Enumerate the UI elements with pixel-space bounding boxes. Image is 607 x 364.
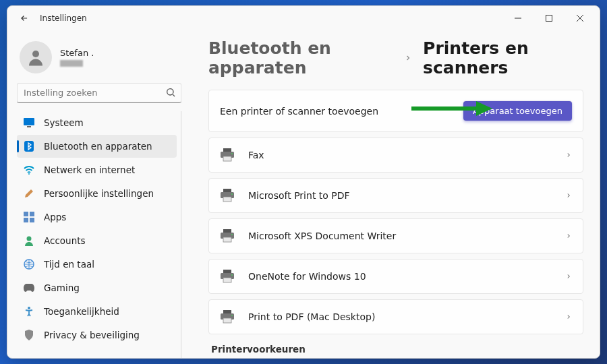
printer-icon [220,188,235,203]
printer-row[interactable]: Microsoft Print to PDF [208,178,583,213]
accessibility-icon [24,306,34,317]
printer-icon [220,269,235,284]
sidebar-item-label: Systeem [44,117,84,128]
chevron-right-icon [404,54,412,62]
chevron-right-icon [565,152,572,158]
svg-point-27 [231,234,233,235]
add-device-button[interactable]: Apparaat toevoegen [463,101,572,121]
window-title: Instellingen [40,13,502,23]
svg-point-19 [231,153,233,154]
sidebar-item-label: Gaming [44,282,80,293]
svg-point-1 [32,51,39,57]
chevron-right-icon [565,313,572,320]
svg-rect-16 [223,148,231,152]
sidebar-item-label: Netwerk en internet [44,164,135,175]
sidebar-item-label: Tijd en taal [44,259,94,270]
svg-rect-26 [223,237,231,242]
add-device-card: Een printer of scanner toevoegen Apparaa… [208,90,583,132]
user-profile[interactable]: Stefan . [17,37,181,83]
globe-icon [24,259,34,270]
sidebar-item-label: Accounts [44,235,86,246]
back-button[interactable] [17,11,32,26]
chevron-right-icon [565,192,572,199]
printer-row[interactable]: Fax [208,138,583,173]
printer-row[interactable]: Print to PDF (Mac Desktop) [208,299,583,334]
settings-window: Instellingen Stefan . [7,5,600,359]
svg-rect-7 [24,212,28,216]
svg-rect-28 [223,270,231,273]
breadcrumb: Bluetooth en apparaten Printers en scann… [208,38,583,78]
game-icon [24,282,34,293]
monitor-icon [24,117,34,128]
close-button[interactable] [565,8,596,28]
sidebar: Stefan . Systeem Bluetooth en apparaten [7,30,190,358]
printer-name: Fax [248,150,565,160]
search-input[interactable] [17,83,181,103]
sidebar-item-label: Toegankelijkheid [44,306,119,317]
sidebar-item-accounts[interactable]: Accounts [17,229,177,252]
titlebar: Instellingen [7,6,600,30]
breadcrumb-current: Printers en scanners [423,38,583,78]
sidebar-item-label: Bluetooth en apparaten [44,141,152,152]
chevron-right-icon [565,273,572,280]
svg-rect-30 [223,278,231,282]
svg-rect-9 [24,218,28,222]
svg-point-13 [28,307,30,309]
sidebar-item-time-language[interactable]: Tijd en taal [17,253,177,276]
svg-rect-24 [223,229,231,233]
user-name: Stefan . [60,48,94,58]
brush-icon [24,188,34,199]
search-icon [165,87,176,98]
sidebar-item-system[interactable]: Systeem [17,111,177,134]
avatar [20,41,52,73]
sidebar-item-label: Persoonlijke instellingen [44,188,154,199]
svg-rect-22 [223,197,231,202]
printer-icon [220,229,235,243]
svg-point-35 [231,315,233,316]
svg-rect-10 [30,218,34,222]
breadcrumb-parent[interactable]: Bluetooth en apparaten [208,38,393,78]
printer-prefs-heading: Printervoorkeuren [208,344,583,355]
sidebar-nav: Systeem Bluetooth en apparaten Netwerk e… [17,111,181,358]
svg-point-23 [231,193,233,195]
minimize-button[interactable] [502,8,533,28]
printer-icon [220,309,235,324]
svg-rect-20 [223,189,231,192]
person-icon [24,235,34,246]
sidebar-item-bluetooth[interactable]: Bluetooth en apparaten [17,135,177,158]
svg-point-11 [27,237,32,241]
printer-name: Microsoft Print to PDF [248,190,565,201]
svg-rect-0 [546,16,552,22]
apps-icon [24,212,34,222]
sidebar-item-label: Apps [44,212,66,222]
bluetooth-icon [24,141,34,152]
printer-list: FaxMicrosoft Print to PDFMicrosoft XPS D… [208,138,583,334]
shield-icon [24,330,34,340]
user-email-redacted [60,60,83,67]
sidebar-item-apps[interactable]: Apps [17,206,177,229]
svg-rect-8 [30,212,34,216]
printer-row[interactable]: OneNote for Windows 10 [208,259,583,294]
sidebar-item-accessibility[interactable]: Toegankelijkheid [17,300,177,323]
sidebar-item-network[interactable]: Netwerk en internet [17,158,177,181]
main-content: Bluetooth en apparaten Printers en scann… [190,30,600,358]
sidebar-item-gaming[interactable]: Gaming [17,276,177,299]
svg-rect-3 [24,118,34,125]
svg-rect-32 [223,310,231,313]
svg-point-6 [28,173,30,175]
svg-point-2 [167,89,173,95]
svg-rect-4 [27,126,31,127]
search-box[interactable] [17,83,181,103]
window-controls [502,8,596,28]
svg-rect-34 [223,318,231,323]
svg-point-31 [231,274,233,276]
sidebar-item-privacy[interactable]: Privacy & beveiliging [17,324,177,346]
printer-name: Microsoft XPS Document Writer [248,231,565,241]
printer-name: Print to PDF (Mac Desktop) [248,311,565,322]
svg-rect-18 [223,156,231,161]
printer-icon [220,148,235,162]
chevron-right-icon [565,233,572,239]
printer-row[interactable]: Microsoft XPS Document Writer [208,218,583,253]
sidebar-item-personalization[interactable]: Persoonlijke instellingen [17,182,177,205]
maximize-button[interactable] [533,8,565,28]
